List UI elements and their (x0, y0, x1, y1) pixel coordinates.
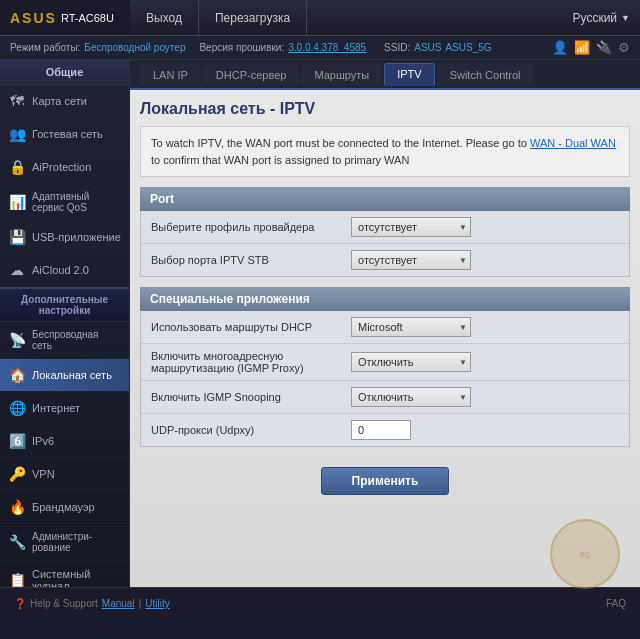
apply-btn-area: Применить (140, 457, 630, 505)
port-form-table: Выберите профиль провайдера отсутствует … (140, 211, 630, 277)
mode-label: Режим работы: (10, 42, 80, 53)
logout-button[interactable]: Выход (130, 0, 199, 35)
sidebar-label-firewall: Брандмауэр (32, 501, 95, 513)
sidebar-item-ipv6[interactable]: 6️⃣ IPv6 (0, 425, 129, 458)
stb-port-select-wrapper: отсутствует (351, 250, 471, 270)
apply-button[interactable]: Применить (321, 467, 450, 495)
sidebar-item-firewall[interactable]: 🔥 Брандмауэр (0, 491, 129, 524)
provider-control: отсутствует (351, 217, 619, 237)
sidebar-item-internet[interactable]: 🌐 Интернет (0, 392, 129, 425)
sidebar-item-aiprotection[interactable]: 🔒 AiProtection (0, 151, 129, 184)
sidebar-item-map[interactable]: 🗺 Карта сети (0, 85, 129, 118)
form-row-igmp-proxy: Включить многоадресную маршрутизацию (IG… (141, 344, 629, 381)
igmp-proxy-select-wrapper: Отключить Включить (351, 352, 471, 372)
separator: | (139, 598, 142, 609)
igmp-snooping-select-wrapper: Отключить Включить (351, 387, 471, 407)
sidebar-section-general: Общие (0, 60, 129, 85)
firmware-label: Версия прошивки: (199, 42, 284, 53)
tab-bar: LAN IP DHCP-сервер Маршруты IPTV Switch … (130, 60, 640, 90)
vpn-icon: 🔑 (8, 465, 26, 483)
sidebar-label-admin: Администри-рование (32, 531, 121, 553)
sidebar-label-qos: Адаптивный сервис QoS (32, 191, 121, 213)
info-bar: Режим работы: Беспроводной роутер Версия… (0, 36, 640, 60)
igmp-proxy-label: Включить многоадресную маршрутизацию (IG… (151, 350, 351, 374)
sidebar-label-lan: Локальная сеть (32, 369, 112, 381)
help-label: ❓ (14, 598, 26, 609)
udpxy-input[interactable] (351, 420, 411, 440)
wan-dual-wan-link[interactable]: WAN - Dual WAN (530, 137, 616, 149)
cloud-icon: ☁ (8, 261, 26, 279)
top-nav: Выход Перезагрузка Русский ▼ (130, 0, 640, 35)
provider-select-wrapper: отсутствует (351, 217, 471, 237)
tab-routes[interactable]: Маршруты (301, 64, 382, 85)
language-label: Русский (573, 11, 618, 25)
sidebar-label-internet: Интернет (32, 402, 80, 414)
form-row-provider: Выберите профиль провайдера отсутствует (141, 211, 629, 244)
sidebar-item-qos[interactable]: 📊 Адаптивный сервис QoS (0, 184, 129, 221)
mode-info: Режим работы: Беспроводной роутер Версия… (10, 42, 366, 53)
faq-label[interactable]: FAQ (606, 598, 626, 609)
tab-lan-ip[interactable]: LAN IP (140, 64, 201, 85)
igmp-snooping-label: Включить IGMP Snooping (151, 391, 351, 403)
top-bar: ASUS RT-AC68U Выход Перезагрузка Русский… (0, 0, 640, 36)
qos-icon: 📊 (8, 193, 26, 211)
sidebar-label-map: Карта сети (32, 95, 87, 107)
ssid-label: SSID: (384, 42, 410, 53)
map-icon: 🗺 (8, 92, 26, 110)
description-text2: to confirm that WAN port is assigned to … (151, 154, 409, 166)
form-row-igmp-snooping: Включить IGMP Snooping Отключить Включит… (141, 381, 629, 414)
model-label: RT-AC68U (61, 12, 114, 24)
settings-icon: ⚙ (618, 40, 630, 55)
igmp-proxy-select[interactable]: Отключить Включить (351, 352, 471, 372)
dhcp-routes-select[interactable]: Microsoft (351, 317, 471, 337)
mode-value: Беспроводной роутер (84, 42, 185, 53)
reboot-button[interactable]: Перезагрузка (199, 0, 307, 35)
description-box: To watch IPTV, the WAN port must be conn… (140, 126, 630, 177)
main-layout: Общие 🗺 Карта сети 👥 Гостевая сеть 🔒 AiP… (0, 60, 640, 587)
wifi-icon: 📶 (574, 40, 590, 55)
sidebar-label-wireless: Беспроводная сеть (32, 329, 121, 351)
sidebar-item-syslog[interactable]: 📋 Системный журнал (0, 561, 129, 587)
dhcp-routes-label: Использовать маршруты DHCP (151, 321, 351, 333)
sidebar-item-wireless[interactable]: 📡 Беспроводная сеть (0, 322, 129, 359)
sidebar-item-vpn[interactable]: 🔑 VPN (0, 458, 129, 491)
internet-icon: 🌐 (8, 399, 26, 417)
usb-app-icon: 💾 (8, 228, 26, 246)
stb-port-select[interactable]: отсутствует (351, 250, 471, 270)
page-title: Локальная сеть - IPTV (140, 100, 630, 118)
sidebar-item-lan[interactable]: 🏠 Локальная сеть (0, 359, 129, 392)
guest-icon: 👥 (8, 125, 26, 143)
tab-switch-control[interactable]: Switch Control (437, 64, 534, 85)
ssid-value2: ASUS_5G (445, 42, 491, 53)
ssid-value1: ASUS (414, 42, 441, 53)
section-special-header: Специальные приложения (140, 287, 630, 311)
tab-iptv[interactable]: IPTV (384, 63, 434, 86)
provider-select[interactable]: отсутствует (351, 217, 471, 237)
logo-area: ASUS RT-AC68U (0, 0, 130, 35)
form-row-stb-port: Выбор порта IPTV STB отсутствует (141, 244, 629, 276)
sidebar-item-usb[interactable]: 💾 USB-приложение (0, 221, 129, 254)
admin-icon: 🔧 (8, 533, 26, 551)
ssid-info: SSID: ASUS ASUS_5G (384, 42, 492, 53)
firewall-icon: 🔥 (8, 498, 26, 516)
sidebar-label-ipv6: IPv6 (32, 435, 54, 447)
shield-icon: 🔒 (8, 158, 26, 176)
provider-label: Выберите профиль провайдера (151, 221, 351, 233)
wireless-icon: 📡 (8, 331, 26, 349)
dhcp-routes-control: Microsoft (351, 317, 619, 337)
sidebar-label-usb: USB-приложение (32, 231, 121, 243)
sidebar-item-aicloud[interactable]: ☁ AiCloud 2.0 (0, 254, 129, 287)
sidebar-item-admin[interactable]: 🔧 Администри-рование (0, 524, 129, 561)
usb-icon: 🔌 (596, 40, 612, 55)
language-selector[interactable]: Русский ▼ (563, 11, 640, 25)
sidebar-item-guest[interactable]: 👥 Гостевая сеть (0, 118, 129, 151)
igmp-snooping-control: Отключить Включить (351, 387, 619, 407)
igmp-snooping-select[interactable]: Отключить Включить (351, 387, 471, 407)
sidebar-label-aicloud: AiCloud 2.0 (32, 264, 89, 276)
utility-link[interactable]: Utility (145, 598, 169, 609)
description-text: To watch IPTV, the WAN port must be conn… (151, 137, 530, 149)
firmware-value[interactable]: 3.0.0.4.378_4585 (288, 42, 366, 53)
tab-dhcp[interactable]: DHCP-сервер (203, 64, 300, 85)
manual-link[interactable]: Manual (102, 598, 135, 609)
sidebar-label-aiprotection: AiProtection (32, 161, 91, 173)
